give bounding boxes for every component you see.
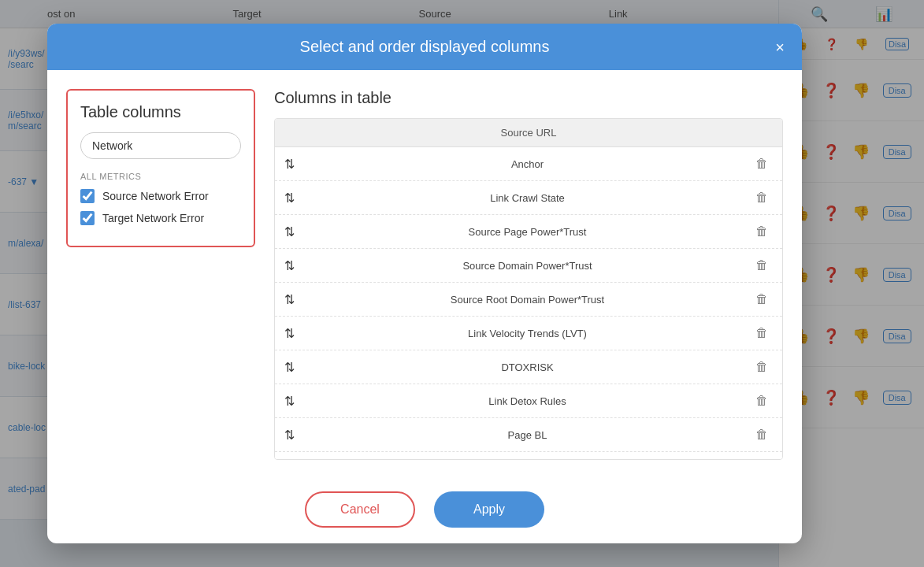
column-selector-modal: Select and order displayed columns × Tab… (47, 24, 802, 543)
cancel-button[interactable]: Cancel (305, 491, 415, 528)
column-name-3: Source Domain Power*Trust (304, 260, 751, 272)
columns-rows-container: ⇅ Anchor 🗑 ⇅ Link Crawl State 🗑 ⇅ Source… (275, 147, 782, 460)
drag-handle-5[interactable]: ⇅ (284, 326, 295, 341)
column-name-2: Source Page Power*Trust (304, 226, 751, 238)
apply-button[interactable]: Apply (434, 491, 544, 528)
drag-handle-0[interactable]: ⇅ (284, 157, 295, 172)
source-network-error-checkbox[interactable] (80, 189, 95, 203)
drag-handle-7[interactable]: ⇅ (284, 394, 295, 409)
column-name-4: Source Root Domain Power*Trust (304, 294, 751, 306)
column-row: ⇅ Page BL 🗑 (275, 418, 782, 452)
target-network-error-checkbox[interactable] (80, 211, 95, 225)
delete-column-1[interactable]: 🗑 (751, 189, 773, 206)
left-panel: Table columns ALL METRICS Source Network… (66, 89, 255, 460)
column-row: ⇅ Link Velocity Trends (LVT) 🗑 (275, 317, 782, 350)
target-network-error-item[interactable]: Target Network Error (80, 211, 241, 225)
delete-column-3[interactable]: 🗑 (751, 257, 773, 274)
column-name-0: Anchor (304, 158, 751, 170)
search-input[interactable] (80, 132, 241, 159)
column-row: ⇅ Anchor 🗑 (275, 147, 782, 181)
modal-footer: Cancel Apply (47, 479, 802, 543)
delete-column-8[interactable]: 🗑 (751, 426, 773, 443)
modal-header: Select and order displayed columns × (47, 24, 802, 70)
column-name-1: Link Crawl State (304, 192, 751, 204)
drag-handle-1[interactable]: ⇅ (284, 191, 295, 206)
modal-close-button[interactable]: × (772, 36, 788, 58)
columns-in-table-title: Columns in table (274, 89, 783, 107)
table-columns-box: Table columns ALL METRICS Source Network… (66, 89, 255, 247)
target-network-error-label: Target Network Error (102, 212, 204, 224)
drag-handle-6[interactable]: ⇅ (284, 360, 295, 375)
column-row: ⇅ Link Crawl State 🗑 (275, 181, 782, 215)
drag-handle-3[interactable]: ⇅ (284, 258, 295, 273)
delete-column-2[interactable]: 🗑 (751, 223, 773, 240)
column-row: ⇅ Source Domain Power*Trust 🗑 (275, 249, 782, 283)
delete-column-4[interactable]: 🗑 (751, 291, 773, 308)
column-name-8: Page BL (304, 429, 751, 441)
modal-title: Select and order displayed columns (300, 38, 550, 56)
delete-column-7[interactable]: 🗑 (751, 392, 773, 410)
columns-table-header: Source URL (275, 119, 782, 147)
modal-body: Table columns ALL METRICS Source Network… (47, 70, 802, 479)
drag-handle-8[interactable]: ⇅ (284, 428, 295, 443)
column-row: ⇅ DTOXRISK 🗑 (275, 350, 782, 384)
column-name-7: Link Detox Rules (304, 395, 751, 407)
table-columns-title: Table columns (80, 103, 241, 121)
source-network-error-item[interactable]: Source Network Error (80, 189, 241, 203)
right-panel: Columns in table Source URL ⇅ Anchor 🗑 ⇅… (274, 89, 783, 460)
column-row: ⇅ Follow NoFollow 🗑 (275, 452, 782, 460)
columns-table: Source URL ⇅ Anchor 🗑 ⇅ Link Crawl State… (274, 118, 783, 460)
drag-handle-4[interactable]: ⇅ (284, 292, 295, 307)
delete-column-6[interactable]: 🗑 (751, 358, 773, 376)
column-row: ⇅ Link Detox Rules 🗑 (275, 384, 782, 418)
source-network-error-label: Source Network Error (102, 190, 209, 202)
metrics-label: ALL METRICS (80, 172, 241, 181)
drag-handle-2[interactable]: ⇅ (284, 224, 295, 239)
column-row: ⇅ Source Page Power*Trust 🗑 (275, 215, 782, 249)
delete-column-5[interactable]: 🗑 (751, 324, 773, 342)
column-name-5: Link Velocity Trends (LVT) (304, 328, 751, 339)
column-row: ⇅ Source Root Domain Power*Trust 🗑 (275, 283, 782, 317)
delete-column-0[interactable]: 🗑 (751, 155, 773, 172)
column-name-6: DTOXRISK (304, 361, 751, 373)
